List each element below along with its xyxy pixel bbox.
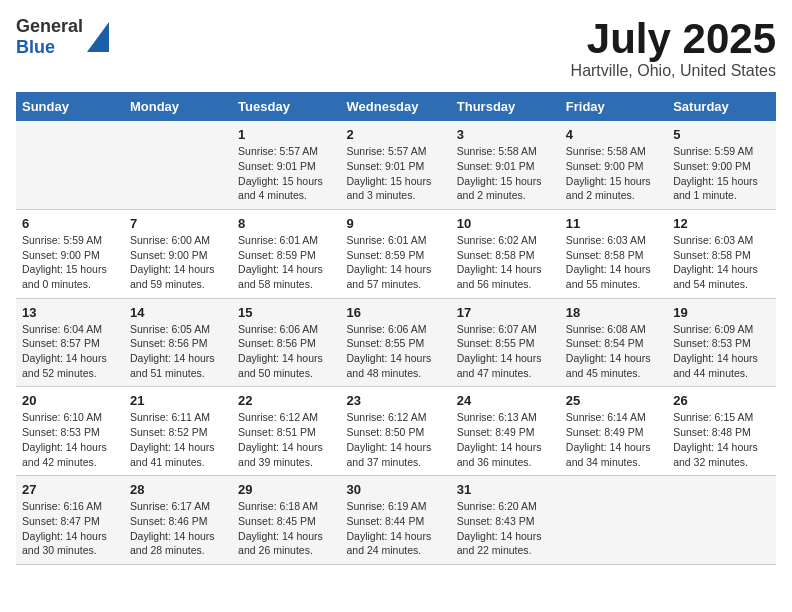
day-number: 9	[347, 216, 445, 231]
day-info: Sunrise: 6:07 AM Sunset: 8:55 PM Dayligh…	[457, 322, 554, 381]
day-number: 16	[347, 305, 445, 320]
week-row-3: 13Sunrise: 6:04 AM Sunset: 8:57 PM Dayli…	[16, 298, 776, 387]
day-number: 3	[457, 127, 554, 142]
calendar-cell: 12Sunrise: 6:03 AM Sunset: 8:58 PM Dayli…	[667, 209, 776, 298]
calendar-cell: 2Sunrise: 5:57 AM Sunset: 9:01 PM Daylig…	[341, 121, 451, 209]
calendar-table: SundayMondayTuesdayWednesdayThursdayFrid…	[16, 92, 776, 565]
calendar-cell: 22Sunrise: 6:12 AM Sunset: 8:51 PM Dayli…	[232, 387, 340, 476]
day-info: Sunrise: 6:15 AM Sunset: 8:48 PM Dayligh…	[673, 410, 770, 469]
calendar-cell: 23Sunrise: 6:12 AM Sunset: 8:50 PM Dayli…	[341, 387, 451, 476]
day-info: Sunrise: 6:01 AM Sunset: 8:59 PM Dayligh…	[238, 233, 334, 292]
day-number: 29	[238, 482, 334, 497]
day-number: 20	[22, 393, 118, 408]
day-info: Sunrise: 5:59 AM Sunset: 9:00 PM Dayligh…	[673, 144, 770, 203]
logo: General Blue	[16, 16, 109, 58]
day-info: Sunrise: 6:06 AM Sunset: 8:56 PM Dayligh…	[238, 322, 334, 381]
day-number: 6	[22, 216, 118, 231]
calendar-cell	[16, 121, 124, 209]
calendar-cell: 27Sunrise: 6:16 AM Sunset: 8:47 PM Dayli…	[16, 476, 124, 565]
day-info: Sunrise: 6:00 AM Sunset: 9:00 PM Dayligh…	[130, 233, 226, 292]
subtitle: Hartville, Ohio, United States	[571, 62, 776, 80]
title-block: July 2025 Hartville, Ohio, United States	[571, 16, 776, 80]
calendar-cell: 3Sunrise: 5:58 AM Sunset: 9:01 PM Daylig…	[451, 121, 560, 209]
logo-general: General	[16, 16, 83, 37]
day-number: 10	[457, 216, 554, 231]
calendar-cell: 9Sunrise: 6:01 AM Sunset: 8:59 PM Daylig…	[341, 209, 451, 298]
day-number: 28	[130, 482, 226, 497]
day-number: 30	[347, 482, 445, 497]
day-info: Sunrise: 6:09 AM Sunset: 8:53 PM Dayligh…	[673, 322, 770, 381]
col-header-tuesday: Tuesday	[232, 92, 340, 121]
day-number: 12	[673, 216, 770, 231]
day-info: Sunrise: 6:06 AM Sunset: 8:55 PM Dayligh…	[347, 322, 445, 381]
calendar-cell: 1Sunrise: 5:57 AM Sunset: 9:01 PM Daylig…	[232, 121, 340, 209]
calendar-cell: 21Sunrise: 6:11 AM Sunset: 8:52 PM Dayli…	[124, 387, 232, 476]
day-info: Sunrise: 5:59 AM Sunset: 9:00 PM Dayligh…	[22, 233, 118, 292]
day-number: 4	[566, 127, 661, 142]
col-header-wednesday: Wednesday	[341, 92, 451, 121]
day-info: Sunrise: 6:08 AM Sunset: 8:54 PM Dayligh…	[566, 322, 661, 381]
day-info: Sunrise: 5:57 AM Sunset: 9:01 PM Dayligh…	[238, 144, 334, 203]
calendar-cell: 4Sunrise: 5:58 AM Sunset: 9:00 PM Daylig…	[560, 121, 667, 209]
day-number: 17	[457, 305, 554, 320]
page-header: General Blue July 2025 Hartville, Ohio, …	[16, 16, 776, 80]
calendar-cell: 25Sunrise: 6:14 AM Sunset: 8:49 PM Dayli…	[560, 387, 667, 476]
calendar-cell: 18Sunrise: 6:08 AM Sunset: 8:54 PM Dayli…	[560, 298, 667, 387]
day-number: 14	[130, 305, 226, 320]
calendar-cell: 14Sunrise: 6:05 AM Sunset: 8:56 PM Dayli…	[124, 298, 232, 387]
day-info: Sunrise: 5:58 AM Sunset: 9:01 PM Dayligh…	[457, 144, 554, 203]
logo-icon	[87, 22, 109, 52]
calendar-cell	[124, 121, 232, 209]
day-number: 5	[673, 127, 770, 142]
calendar-cell: 8Sunrise: 6:01 AM Sunset: 8:59 PM Daylig…	[232, 209, 340, 298]
day-number: 21	[130, 393, 226, 408]
day-number: 27	[22, 482, 118, 497]
calendar-cell: 16Sunrise: 6:06 AM Sunset: 8:55 PM Dayli…	[341, 298, 451, 387]
day-number: 8	[238, 216, 334, 231]
day-info: Sunrise: 6:16 AM Sunset: 8:47 PM Dayligh…	[22, 499, 118, 558]
calendar-cell	[667, 476, 776, 565]
day-info: Sunrise: 6:18 AM Sunset: 8:45 PM Dayligh…	[238, 499, 334, 558]
day-number: 19	[673, 305, 770, 320]
day-info: Sunrise: 6:03 AM Sunset: 8:58 PM Dayligh…	[673, 233, 770, 292]
calendar-cell: 11Sunrise: 6:03 AM Sunset: 8:58 PM Dayli…	[560, 209, 667, 298]
calendar-cell: 29Sunrise: 6:18 AM Sunset: 8:45 PM Dayli…	[232, 476, 340, 565]
calendar-cell: 13Sunrise: 6:04 AM Sunset: 8:57 PM Dayli…	[16, 298, 124, 387]
day-info: Sunrise: 6:19 AM Sunset: 8:44 PM Dayligh…	[347, 499, 445, 558]
day-number: 22	[238, 393, 334, 408]
day-info: Sunrise: 6:02 AM Sunset: 8:58 PM Dayligh…	[457, 233, 554, 292]
day-number: 15	[238, 305, 334, 320]
day-number: 1	[238, 127, 334, 142]
day-info: Sunrise: 6:12 AM Sunset: 8:51 PM Dayligh…	[238, 410, 334, 469]
calendar-cell: 26Sunrise: 6:15 AM Sunset: 8:48 PM Dayli…	[667, 387, 776, 476]
col-header-thursday: Thursday	[451, 92, 560, 121]
week-row-1: 1Sunrise: 5:57 AM Sunset: 9:01 PM Daylig…	[16, 121, 776, 209]
logo-blue: Blue	[16, 37, 55, 58]
col-header-friday: Friday	[560, 92, 667, 121]
calendar-cell: 10Sunrise: 6:02 AM Sunset: 8:58 PM Dayli…	[451, 209, 560, 298]
day-info: Sunrise: 6:14 AM Sunset: 8:49 PM Dayligh…	[566, 410, 661, 469]
day-info: Sunrise: 6:12 AM Sunset: 8:50 PM Dayligh…	[347, 410, 445, 469]
calendar-cell	[560, 476, 667, 565]
col-header-sunday: Sunday	[16, 92, 124, 121]
week-row-5: 27Sunrise: 6:16 AM Sunset: 8:47 PM Dayli…	[16, 476, 776, 565]
calendar-cell: 19Sunrise: 6:09 AM Sunset: 8:53 PM Dayli…	[667, 298, 776, 387]
calendar-cell: 5Sunrise: 5:59 AM Sunset: 9:00 PM Daylig…	[667, 121, 776, 209]
calendar-header-row: SundayMondayTuesdayWednesdayThursdayFrid…	[16, 92, 776, 121]
day-number: 25	[566, 393, 661, 408]
calendar-cell: 30Sunrise: 6:19 AM Sunset: 8:44 PM Dayli…	[341, 476, 451, 565]
day-number: 31	[457, 482, 554, 497]
day-info: Sunrise: 6:05 AM Sunset: 8:56 PM Dayligh…	[130, 322, 226, 381]
calendar-cell: 7Sunrise: 6:00 AM Sunset: 9:00 PM Daylig…	[124, 209, 232, 298]
day-info: Sunrise: 6:11 AM Sunset: 8:52 PM Dayligh…	[130, 410, 226, 469]
day-info: Sunrise: 5:57 AM Sunset: 9:01 PM Dayligh…	[347, 144, 445, 203]
main-title: July 2025	[571, 16, 776, 62]
day-info: Sunrise: 6:20 AM Sunset: 8:43 PM Dayligh…	[457, 499, 554, 558]
day-number: 18	[566, 305, 661, 320]
col-header-saturday: Saturday	[667, 92, 776, 121]
day-number: 11	[566, 216, 661, 231]
day-number: 24	[457, 393, 554, 408]
week-row-4: 20Sunrise: 6:10 AM Sunset: 8:53 PM Dayli…	[16, 387, 776, 476]
day-number: 13	[22, 305, 118, 320]
day-number: 7	[130, 216, 226, 231]
